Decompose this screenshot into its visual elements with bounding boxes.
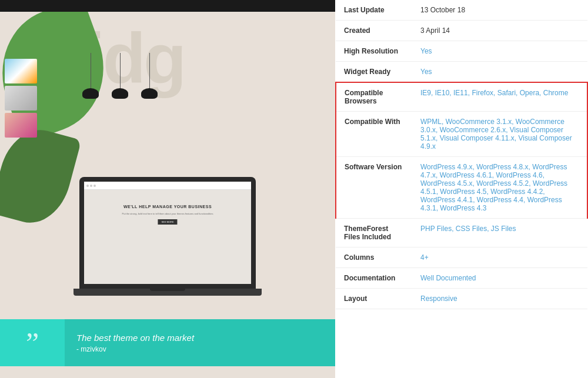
created-label: Created (336, 21, 412, 41)
layout-value: Responsive (412, 289, 587, 309)
created-row: Created3 April 14 (336, 21, 587, 41)
screen-content: WE'LL HELP MANAGE YOUR BUSINESS Put the … (84, 190, 251, 284)
compatible-browsers-row: Compatible Browsers IE9, IE10, IE11, Fir… (336, 82, 587, 112)
laptop-screen-inner: WE'LL HELP MANAGE YOUR BUSINESS Put the … (84, 182, 251, 284)
pendant-shade-1 (82, 88, 99, 99)
created-value: 3 April 14 (412, 21, 587, 41)
columns-label: Columns (336, 247, 412, 268)
documentation-label: Documentation (336, 268, 412, 289)
pendant-shade-2 (112, 88, 128, 99)
last-update-label: Last Update (336, 0, 412, 21)
pendant-shade-3 (141, 88, 158, 99)
high-resolution-row: High ResolutionYes (336, 41, 587, 62)
top-bar (0, 0, 335, 12)
nav-dot-2 (90, 185, 92, 187)
quote-mark: ” (26, 328, 39, 357)
main-area: Bridg (0, 12, 335, 378)
themeforest-files-row: ThemeForest Files IncludedPHP Files, CSS… (336, 219, 587, 247)
pendant-cord-3 (149, 53, 150, 88)
widget-ready-value: Yes (412, 62, 587, 83)
pendant-light-1 (82, 53, 99, 99)
software-version-label: Software Version (336, 157, 412, 219)
software-version-value: WordPress 4.9.x, WordPress 4.8.x, WordPr… (412, 157, 587, 219)
quote-text: The best theme on the market (76, 333, 323, 343)
last-update-value: 13 October 18 (412, 0, 587, 21)
info-table: Last Update13 October 18Created3 April 1… (335, 0, 588, 309)
widget-ready-label: Widget Ready (336, 62, 412, 83)
last-update-row: Last Update13 October 18 (336, 0, 587, 21)
right-panel: Last Update13 October 18Created3 April 1… (335, 0, 588, 378)
software-version-row: Software Version WordPress 4.9.x, WordPr… (336, 157, 587, 219)
themeforest-files-value: PHP Files, CSS Files, JS Files (412, 219, 587, 247)
pendant-light-2 (112, 53, 128, 99)
compatible-with-row: Compatible With WPML, WooCommerce 3.1.x,… (336, 112, 587, 157)
nav-dot-1 (86, 185, 89, 187)
leaf-decoration-2 (0, 122, 82, 231)
thumbnail-2 (5, 86, 37, 111)
thumbnail-1 (5, 59, 37, 83)
columns-row: Columns4+ (336, 247, 587, 268)
laptop-base (74, 289, 262, 296)
high-resolution-value: Yes (412, 41, 587, 62)
nav-dot-3 (93, 185, 96, 187)
laptop-screen-outer: WE'LL HELP MANAGE YOUR BUSINESS Put the … (79, 177, 256, 289)
compatible-with-value: WPML, WooCommerce 3.1.x, WooCommerce 3.0… (412, 112, 587, 157)
themeforest-files-label: ThemeForest Files Included (336, 219, 412, 247)
documentation-value: Well Documented (412, 268, 587, 289)
pendant-light-3 (141, 53, 158, 99)
documentation-row: DocumentationWell Documented (336, 268, 587, 289)
widget-ready-row: Widget ReadyYes (336, 62, 587, 83)
pendant-cord-1 (91, 53, 91, 88)
quote-author: - mzivkov (76, 345, 323, 353)
screen-cta-button: SEE MORE (158, 219, 177, 225)
columns-value: 4+ (412, 247, 587, 268)
screen-hero-subtext: Put the strong, bold text here to tell t… (84, 212, 251, 215)
quote-section: ” The best theme on the market - mzivkov (0, 319, 335, 366)
screen-hero-text: WE'LL HELP MANAGE YOUR BUSINESS (84, 205, 251, 209)
left-panel: Bridg (0, 0, 335, 378)
screen-nav (84, 182, 251, 190)
compatible-browsers-label: Compatible Browsers (336, 82, 412, 112)
high-resolution-label: High Resolution (336, 41, 412, 62)
layout-row: LayoutResponsive (336, 289, 587, 309)
laptop-mockup: WE'LL HELP MANAGE YOUR BUSINESS Put the … (79, 177, 256, 296)
thumbnail-3 (5, 113, 37, 138)
thumbnail-column (5, 59, 37, 138)
compatible-browsers-value: IE9, IE10, IE11, Firefox, Safari, Opera,… (412, 82, 587, 112)
pendant-cord-2 (120, 53, 121, 88)
layout-label: Layout (336, 289, 412, 309)
compatible-with-label: Compatible With (336, 112, 412, 157)
quote-box: ” (0, 319, 65, 366)
quote-text-area: The best theme on the market - mzivkov (65, 319, 335, 366)
